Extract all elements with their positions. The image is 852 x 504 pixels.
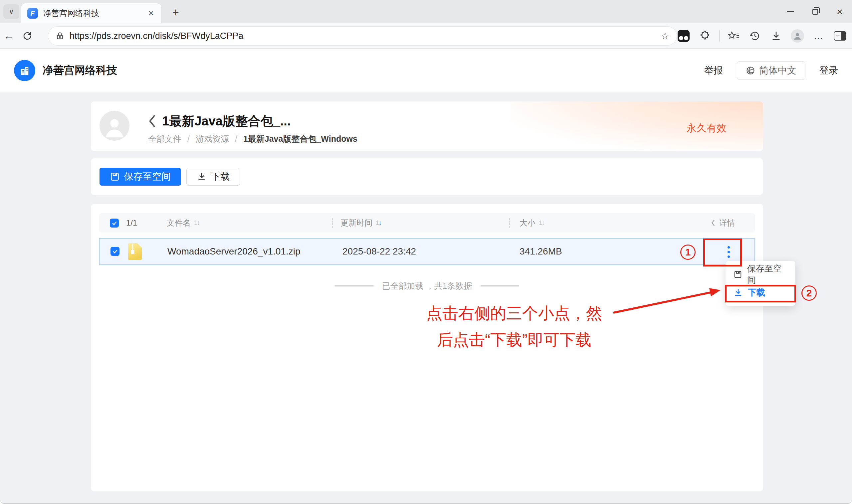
file-size: 341.26MB <box>519 238 562 265</box>
browser-toolbar: ← https://pds.zroevn.cn/disk/s/BFWdyLaCP… <box>0 23 852 49</box>
site-header: 净善宫网络科技 举报 简体中文 登录 <box>0 49 852 92</box>
share-banner: 1最新Java版整合包_... 全部文件 / 游戏资源 / 1最新Java版整合… <box>91 102 763 151</box>
sidebar-toggle-button[interactable] <box>831 26 849 45</box>
sort-icon[interactable]: 1↓ <box>194 219 199 227</box>
annotation-line2: 后点击“下载”即可下载 <box>396 327 632 353</box>
profile-button[interactable] <box>788 26 807 45</box>
lock-icon <box>56 32 64 40</box>
action-toolbar: 保存至空间 下载 <box>91 158 763 195</box>
browser-tab[interactable]: F 净善宫网络科技 × <box>21 3 161 23</box>
sort-icon[interactable]: 1↓ <box>539 219 544 227</box>
column-separator <box>332 218 333 228</box>
toolbar-separator <box>719 30 720 41</box>
download-icon <box>197 172 207 182</box>
building-icon <box>19 65 31 76</box>
site-favicon-icon: F <box>27 8 38 19</box>
profile-avatar <box>791 29 804 42</box>
breadcrumb-item-game-resources[interactable]: 游戏资源 <box>196 133 229 144</box>
report-link[interactable]: 举报 <box>704 64 723 77</box>
back-chevron-button[interactable] <box>148 115 156 129</box>
settings-more-button[interactable]: … <box>810 26 828 45</box>
table-header: 1/1 文件名 1↓ 更新时间 1↓ 大小 1↓ 详情 <box>99 213 755 233</box>
close-button[interactable]: × <box>828 0 852 23</box>
header-right: 举报 简体中文 登录 <box>704 61 838 80</box>
restore-button[interactable] <box>803 0 828 23</box>
selection-count: 1/1 <box>126 213 137 233</box>
footer-dash <box>335 285 373 286</box>
tab-title: 净善宫网络科技 <box>43 8 147 19</box>
refresh-icon <box>22 31 32 41</box>
save-icon <box>110 172 120 182</box>
address-bar[interactable]: https://pds.zroevn.cn/disk/s/BFWdyLaCPPa… <box>48 26 677 46</box>
table-row[interactable]: WomadaoServer2026_v1.01.zip 2025-08-22 2… <box>99 238 755 265</box>
new-tab-button[interactable]: + <box>168 5 183 19</box>
download-button[interactable]: 下载 <box>187 168 240 186</box>
file-updated: 2025-08-22 23:42 <box>342 238 416 265</box>
sidebar-icon <box>834 31 846 41</box>
history-clock-icon <box>749 31 760 41</box>
history-button[interactable] <box>745 26 764 45</box>
browser-window: ∨ F 净善宫网络科技 × + × ← https://pds.zroevn.c… <box>0 0 852 504</box>
menu-item-save-to-space[interactable]: 保存至空间 <box>726 266 795 284</box>
brand-logo <box>14 60 35 81</box>
back-button[interactable]: ← <box>0 29 18 42</box>
annotation-arrow <box>607 285 727 319</box>
annotation-step2-badge: 2 <box>801 285 817 301</box>
favorites-button[interactable] <box>724 26 743 45</box>
annotation-box-more-actions <box>703 238 742 267</box>
validity-badge: 永久有效 <box>687 122 727 135</box>
annotation-text: 点击右侧的三个小点，然 后点击“下载”即可下载 <box>396 300 632 353</box>
file-name[interactable]: WomadaoServer2026_v1.01.zip <box>167 238 301 265</box>
download-label: 下载 <box>211 170 230 183</box>
restore-icon <box>812 9 818 15</box>
column-header-name[interactable]: 文件名 1↓ <box>167 213 199 233</box>
annotation-box-download <box>725 285 796 302</box>
save-to-space-label: 保存至空间 <box>124 170 171 183</box>
column-header-updated[interactable]: 更新时间 1↓ <box>340 213 381 233</box>
row-checkbox[interactable] <box>110 247 120 256</box>
ellipsis-icon: … <box>813 30 824 41</box>
footer-dash <box>481 285 519 286</box>
annotation-step1-badge: 1 <box>680 245 696 260</box>
chevron-down-icon: ∨ <box>8 7 14 16</box>
save-icon <box>733 270 742 279</box>
extensions-button[interactable] <box>696 26 714 45</box>
refresh-button[interactable] <box>18 26 37 45</box>
download-icon <box>771 31 781 41</box>
bookmark-star-icon[interactable]: ☆ <box>661 31 669 41</box>
tab-search-button[interactable]: ∨ <box>3 4 19 19</box>
annotation-line1: 点击右侧的三个小点，然 <box>396 300 632 327</box>
url-text[interactable]: https://pds.zroevn.cn/disk/s/BFWdyLaCPPa <box>70 31 661 41</box>
share-title: 1最新Java版整合包_... <box>162 113 290 130</box>
puzzle-icon <box>699 31 710 41</box>
sharer-avatar <box>100 111 129 141</box>
column-header-size[interactable]: 大小 1↓ <box>519 213 544 233</box>
select-all-checkbox[interactable] <box>110 219 119 228</box>
zip-file-icon <box>127 243 142 262</box>
chevron-left-icon <box>148 115 156 127</box>
window-controls: × <box>778 0 852 23</box>
breadcrumb-item-all-files[interactable]: 全部文件 <box>148 133 181 144</box>
login-link[interactable]: 登录 <box>819 64 838 77</box>
language-button[interactable]: 简体中文 <box>737 61 805 80</box>
save-to-space-button[interactable]: 保存至空间 <box>100 168 181 186</box>
minimize-button[interactable] <box>778 0 803 23</box>
breadcrumb: 全部文件 / 游戏资源 / 1最新Java版整合包_Windows <box>148 133 357 144</box>
sort-icon-active[interactable]: 1↓ <box>376 219 381 227</box>
downloads-button[interactable] <box>767 26 785 45</box>
favorites-star-icon <box>728 31 739 41</box>
loaded-all-text: 已全部加载 ，共1条数据 <box>382 281 472 291</box>
tab-close-icon[interactable]: × <box>147 8 155 19</box>
extension-shortcut-button[interactable] <box>674 26 693 45</box>
breadcrumb-item-current: 1最新Java版整合包_Windows <box>243 133 357 144</box>
breadcrumb-separator: / <box>235 134 237 144</box>
brand-name: 净善宫网络科技 <box>42 63 117 78</box>
language-label: 简体中文 <box>759 64 796 77</box>
adblock-extension-icon <box>678 30 690 42</box>
check-icon <box>112 249 118 254</box>
detail-toggle[interactable]: 详情 <box>711 213 735 233</box>
chevron-left-icon <box>711 219 715 227</box>
toolbar-right-icons: … <box>674 26 849 45</box>
minimize-icon <box>787 11 794 12</box>
check-icon <box>111 220 118 226</box>
